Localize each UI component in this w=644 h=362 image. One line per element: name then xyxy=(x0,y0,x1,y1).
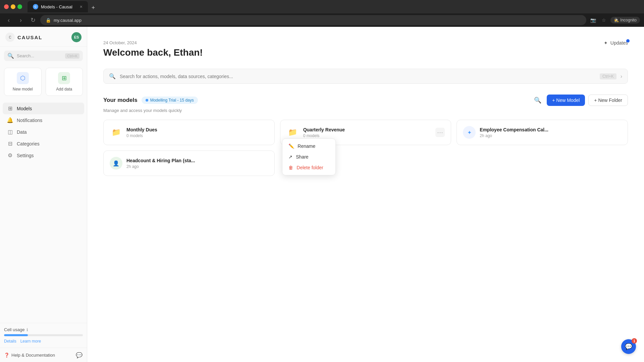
global-search-shortcut: Ctrl+K xyxy=(600,73,616,79)
models-grid: 📁 Monthly Dues 0 models 📁 Quarterly Reve… xyxy=(103,120,628,176)
cell-usage-info-icon: ℹ xyxy=(26,327,28,332)
new-tab-button[interactable]: + xyxy=(89,3,98,12)
context-menu-delete[interactable]: 🗑 Delete folder xyxy=(284,162,333,173)
incognito-icon: 🕵 xyxy=(614,18,619,22)
add-data-label: Add data xyxy=(56,87,72,92)
categories-icon: ⊟ xyxy=(7,140,13,147)
model-meta-headcount: 2h ago xyxy=(126,164,268,169)
models-search-button[interactable]: 🔍 xyxy=(532,95,543,106)
model-info-monthly-dues: Monthly Dues 0 models xyxy=(126,127,268,138)
tab-bar: C Models - Causal × + xyxy=(28,1,640,12)
bookmark-icon[interactable]: ☆ xyxy=(600,16,608,24)
global-search-bar[interactable]: 🔍 Ctrl+K › xyxy=(103,69,628,84)
model-name-quarterly-revenue: Quarterly Revenue xyxy=(303,127,432,132)
browser-toolbar: ‹ › ↻ 🔒 my.causal.app 📷 ☆ 🕵 Incognito xyxy=(0,13,644,27)
sidebar-item-settings[interactable]: ⚙ Settings xyxy=(3,149,84,161)
context-rename-label: Rename xyxy=(298,143,315,149)
cell-details-link[interactable]: Details xyxy=(4,339,16,344)
models-icon: ⊞ xyxy=(7,105,13,112)
updates-icon: ✦ xyxy=(604,40,608,46)
sidebar-item-label-notifications: Notifications xyxy=(17,118,42,123)
sidebar-search[interactable]: 🔍 Search... Ctrl+K xyxy=(4,51,83,61)
chat-bubble[interactable]: 💬 1 xyxy=(621,339,636,354)
sidebar-item-label-models: Models xyxy=(17,106,32,111)
tab-close-button[interactable]: × xyxy=(80,4,83,9)
model-meta-quarterly-revenue: 0 models xyxy=(303,133,432,138)
incognito-label: Incognito xyxy=(620,18,637,22)
model-info-headcount: Headcount & Hiring Plan (sta... 2h ago xyxy=(126,158,268,169)
help-icon: ❓ xyxy=(4,353,9,358)
forward-button[interactable]: › xyxy=(16,15,25,25)
model-name-monthly-dues: Monthly Dues xyxy=(126,127,268,132)
trial-label: Modelling Trial - 15 days xyxy=(150,98,194,103)
sidebar: C CAUSAL ES 🔍 Search... Ctrl+K ⬡ New mod… xyxy=(0,27,87,362)
camera-icon[interactable]: 📷 xyxy=(589,16,597,24)
settings-icon: ⚙ xyxy=(7,152,13,159)
folder-icon-monthly-dues: 📁 xyxy=(110,126,122,139)
sidebar-quick-actions: ⬡ New model ⊞ Add data xyxy=(0,65,87,101)
tab-title: Models - Causal xyxy=(41,4,72,9)
back-button[interactable]: ‹ xyxy=(4,15,13,25)
add-data-card[interactable]: ⊞ Add data xyxy=(46,68,83,96)
new-model-card[interactable]: ⬡ New model xyxy=(4,68,42,96)
model-card-headcount[interactable]: 👤 Headcount & Hiring Plan (sta... 2h ago xyxy=(103,150,275,176)
logo-icon: C xyxy=(5,33,15,42)
refresh-button[interactable]: ↻ xyxy=(28,15,38,25)
model-meta-employee-comp: 2h ago xyxy=(480,133,622,138)
new-folder-button[interactable]: + New Folder xyxy=(588,95,628,106)
avatar[interactable]: ES xyxy=(71,32,82,42)
sidebar-nav: ⊞ Models 🔔 Notifications ◫ Data ⊟ Catego… xyxy=(0,101,87,214)
context-share-label: Share xyxy=(296,154,308,160)
updates-notification-dot xyxy=(626,39,630,43)
model-card-monthly-dues[interactable]: 📁 Monthly Dues 0 models xyxy=(103,120,275,145)
context-menu: ✏️ Rename ↗ Share 🗑 Delete folder xyxy=(282,138,336,175)
browser-titlebar: C Models - Causal × + xyxy=(0,0,644,13)
help-label: Help & Documentation xyxy=(11,353,55,358)
search-forward-icon: › xyxy=(621,73,622,79)
app-container: C CAUSAL ES 🔍 Search... Ctrl+K ⬡ New mod… xyxy=(0,27,644,362)
model-card-menu-quarterly[interactable]: ⋯ xyxy=(435,128,445,137)
model-name-headcount: Headcount & Hiring Plan (sta... xyxy=(126,158,268,163)
url-text: my.causal.app xyxy=(54,18,82,23)
sidebar-item-models[interactable]: ⊞ Models xyxy=(3,103,84,114)
active-tab[interactable]: C Models - Causal × xyxy=(28,1,88,12)
sidebar-item-label-settings: Settings xyxy=(17,153,34,158)
model-avatar-employee-comp: ✦ xyxy=(463,126,476,139)
cell-learn-more-link[interactable]: Learn more xyxy=(20,339,41,344)
search-icon: 🔍 xyxy=(7,53,14,59)
model-info-quarterly-revenue: Quarterly Revenue 0 models xyxy=(303,127,432,138)
model-meta-monthly-dues: 0 models xyxy=(126,133,268,138)
updates-button[interactable]: ✦ Updates xyxy=(604,40,628,46)
sidebar-search-placeholder: Search... xyxy=(17,53,62,58)
sidebar-item-categories[interactable]: ⊟ Categories xyxy=(3,138,84,149)
sidebar-search-shortcut: Ctrl+K xyxy=(65,53,79,59)
sidebar-item-notifications[interactable]: 🔔 Notifications xyxy=(3,114,84,126)
toolbar-actions: 📷 ☆ 🕵 Incognito xyxy=(589,16,640,24)
models-section-title: Your models xyxy=(103,97,138,104)
context-delete-label: Delete folder xyxy=(297,165,323,170)
delete-icon: 🗑 xyxy=(288,165,293,170)
chat-sidebar-icon[interactable]: 💬 xyxy=(75,351,83,359)
cell-usage-label: Cell usage xyxy=(4,327,24,332)
help-documentation-link[interactable]: ❓ Help & Documentation xyxy=(4,353,55,358)
global-search-icon: 🔍 xyxy=(109,73,116,79)
context-menu-share[interactable]: ↗ Share xyxy=(284,152,333,162)
data-icon: ◫ xyxy=(7,129,13,135)
maximize-window-button[interactable] xyxy=(17,4,22,9)
close-window-button[interactable] xyxy=(4,4,9,9)
models-actions: 🔍 + New Model + New Folder xyxy=(532,95,628,106)
model-name-employee-comp: Employee Compensation Cal... xyxy=(480,127,622,132)
new-model-button[interactable]: + New Model xyxy=(547,95,585,106)
global-search-input[interactable] xyxy=(120,74,596,79)
context-menu-rename[interactable]: ✏️ Rename xyxy=(284,141,333,152)
new-model-label: New model xyxy=(13,87,33,92)
sidebar-bottom-nav: ❓ Help & Documentation 💬 xyxy=(0,348,87,362)
sidebar-footer: Cell usage ℹ Details Learn more xyxy=(0,323,87,348)
minimize-window-button[interactable] xyxy=(11,4,15,9)
updates-label: Updates xyxy=(610,40,628,46)
model-info-employee-comp: Employee Compensation Cal... 2h ago xyxy=(480,127,622,138)
model-card-employee-comp[interactable]: ✦ Employee Compensation Cal... 2h ago xyxy=(457,120,628,145)
sidebar-item-data[interactable]: ◫ Data xyxy=(3,126,84,138)
sidebar-header: C CAUSAL ES xyxy=(0,27,87,47)
address-bar[interactable]: 🔒 my.causal.app xyxy=(40,15,586,25)
